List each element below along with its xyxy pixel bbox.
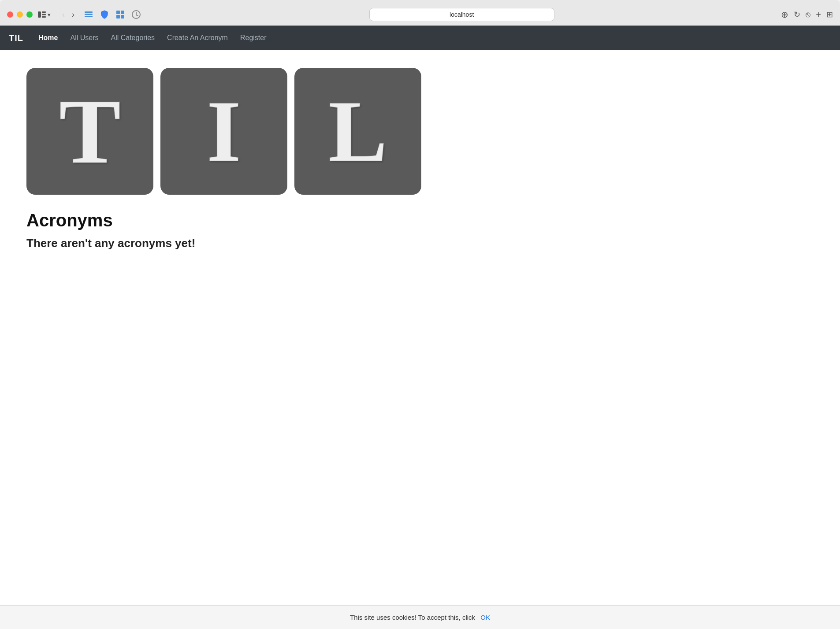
address-bar-container: localhost: [148, 8, 776, 21]
acronyms-heading: Acronyms: [26, 211, 814, 230]
svg-rect-1: [42, 11, 46, 13]
main-content: T I L Acronyms There aren't any acronyms…: [0, 50, 840, 605]
translate-icon[interactable]: ⊕: [781, 9, 788, 20]
svg-rect-6: [85, 16, 93, 17]
nav-all-users[interactable]: All Users: [64, 26, 104, 50]
app-nav: TIL Home All Users All Categories Create…: [0, 26, 840, 50]
svg-rect-10: [121, 15, 124, 18]
browser-chrome: ▾ ‹ › localhost ⊕: [0, 0, 840, 26]
close-button[interactable]: [7, 11, 13, 18]
svg-rect-9: [116, 15, 120, 18]
maximize-button[interactable]: [26, 11, 33, 18]
svg-rect-4: [85, 11, 93, 13]
address-bar[interactable]: localhost: [369, 8, 554, 21]
minimize-button[interactable]: [17, 11, 23, 18]
browser-toolbar-icons: [82, 8, 142, 21]
reload-icon[interactable]: ↻: [794, 10, 800, 19]
cookie-message: This site uses cookies! To accept this, …: [350, 614, 475, 621]
svg-rect-8: [121, 11, 124, 14]
letter-card-l: L: [294, 68, 421, 195]
nav-buttons: ‹ ›: [59, 9, 77, 20]
letter-i: I: [207, 87, 241, 175]
tabs-icon[interactable]: ⊞: [826, 10, 833, 19]
letter-card-t: T: [26, 68, 153, 195]
til-letter-cards: T I L: [26, 68, 814, 195]
shield-icon[interactable]: [98, 8, 111, 21]
nav-all-categories[interactable]: All Categories: [104, 26, 161, 50]
svg-rect-0: [38, 11, 41, 18]
letter-l: L: [328, 87, 387, 175]
cookie-ok-button[interactable]: OK: [480, 614, 490, 621]
forward-button[interactable]: ›: [69, 9, 77, 20]
svg-rect-2: [42, 14, 46, 15]
grid-icon[interactable]: [114, 8, 126, 21]
cookie-banner: This site uses cookies! To accept this, …: [0, 605, 840, 629]
acronyms-subtext: There aren't any acronyms yet!: [26, 237, 814, 250]
letter-card-i: I: [160, 68, 287, 195]
svg-rect-7: [116, 11, 120, 14]
svg-rect-3: [42, 16, 46, 18]
nav-create-acronym[interactable]: Create An Acronym: [161, 26, 234, 50]
browser-action-icons: ⊕ ↻ ⎋ + ⊞: [781, 9, 833, 20]
traffic-lights: [7, 11, 33, 18]
letter-t: T: [59, 85, 121, 178]
sidebar-toggle[interactable]: ▾: [38, 11, 51, 18]
privacy-icon[interactable]: [130, 8, 142, 21]
title-bar: ▾ ‹ › localhost ⊕: [7, 4, 833, 26]
nav-home[interactable]: Home: [32, 26, 64, 50]
back-button[interactable]: ‹: [59, 9, 67, 20]
share-icon[interactable]: ⎋: [806, 10, 810, 19]
app-brand[interactable]: TIL: [9, 33, 23, 43]
svg-rect-5: [85, 14, 93, 15]
new-tab-icon[interactable]: +: [816, 10, 821, 20]
layers-icon[interactable]: [82, 8, 95, 21]
nav-register[interactable]: Register: [234, 26, 273, 50]
